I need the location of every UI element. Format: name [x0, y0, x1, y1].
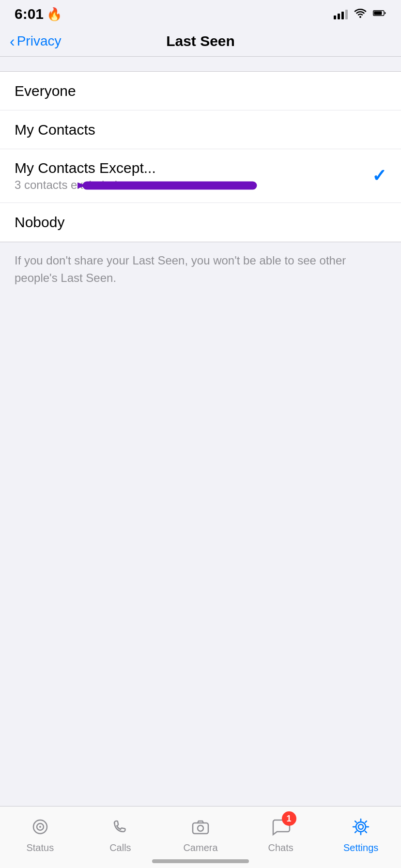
back-label: Privacy [17, 33, 62, 49]
tab-label-camera: Camera [183, 842, 217, 853]
page-title: Last Seen [166, 33, 235, 49]
chats-badge: 1 [282, 811, 296, 826]
purple-arrow-icon [77, 164, 271, 207]
svg-rect-7 [193, 823, 208, 834]
tab-bar: Status Calls Camera 1 Chats [0, 806, 401, 868]
option-label-nobody: Nobody [15, 214, 64, 231]
status-icons [334, 8, 386, 20]
tab-camera[interactable]: Camera [160, 814, 241, 853]
status-time: 6:01 🔥 [15, 6, 62, 22]
svg-rect-1 [374, 11, 382, 15]
tab-calls[interactable]: Calls [80, 814, 161, 853]
settings-tab-icon [348, 814, 373, 839]
chats-tab-icon: 1 [268, 814, 293, 839]
signal-icon [334, 9, 348, 19]
svg-point-10 [356, 822, 366, 832]
flame-icon: 🔥 [46, 7, 62, 22]
back-button[interactable]: ‹ Privacy [10, 33, 61, 49]
option-label-everyone: Everyone [15, 83, 76, 99]
tab-label-status: Status [26, 842, 54, 853]
battery-icon [373, 8, 386, 20]
calls-tab-icon [108, 814, 133, 839]
tab-label-settings: Settings [343, 842, 378, 853]
time-text: 6:01 [15, 6, 44, 22]
svg-point-8 [198, 825, 203, 831]
tab-settings[interactable]: Settings [321, 814, 401, 853]
option-label-my-contacts: My Contacts [15, 122, 95, 138]
svg-point-9 [358, 824, 363, 829]
svg-point-6 [39, 826, 41, 828]
option-my-contacts[interactable]: My Contacts [0, 110, 401, 149]
info-text: If you don't share your Last Seen, you w… [0, 242, 401, 296]
status-tab-icon [28, 814, 53, 839]
info-text-content: If you don't share your Last Seen, you w… [15, 254, 346, 284]
checkmark-icon: ✓ [372, 166, 386, 186]
camera-tab-icon [188, 814, 213, 839]
status-bar: 6:01 🔥 [0, 0, 401, 26]
home-indicator [152, 859, 249, 863]
wifi-icon [354, 8, 367, 20]
tab-label-calls: Calls [109, 842, 131, 853]
chevron-left-icon: ‹ [10, 33, 15, 49]
tab-status[interactable]: Status [0, 814, 80, 853]
tab-chats[interactable]: 1 Chats [241, 814, 321, 853]
arrow-annotation [77, 164, 271, 209]
options-list: Everyone My Contacts My Contacts Except.… [0, 71, 401, 242]
nav-bar: ‹ Privacy Last Seen [0, 26, 401, 57]
tab-label-chats: Chats [268, 842, 293, 853]
option-everyone[interactable]: Everyone [0, 72, 401, 110]
